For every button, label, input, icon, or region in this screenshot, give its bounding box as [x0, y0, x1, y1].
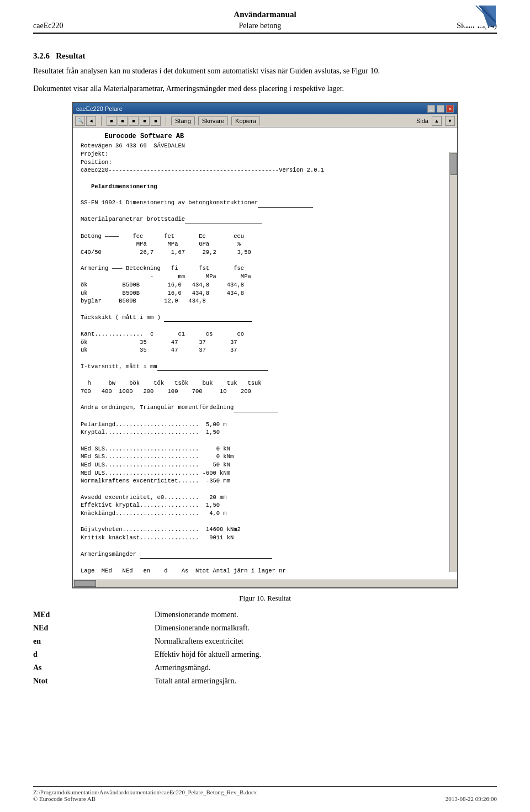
def-term-ned: NEd: [33, 624, 88, 633]
def-term-en: en: [33, 637, 88, 646]
pelardim-heading: Pelardimensionering: [81, 183, 447, 191]
toolbar-right: Sida ▲ ▼: [416, 116, 455, 126]
stang-button[interactable]: Stäng: [171, 116, 195, 125]
scrollbar-thumb[interactable]: [451, 153, 457, 175]
normalkraft-exc-line: Normalkraftens excentricitet...... -350 …: [81, 477, 447, 485]
vertical-scrollbar[interactable]: [449, 152, 457, 571]
maximize-button[interactable]: □: [437, 105, 444, 113]
minimize-button[interactable]: _: [427, 105, 435, 113]
material-heading: Materialparametrar brottstadie: [81, 215, 447, 224]
def-desc-med: Dimensionerande moment.: [155, 611, 239, 619]
company-name: Eurocode Software AB: [81, 132, 447, 141]
tackskikt-heading: Täckskikt ( mått i mm ): [81, 314, 447, 322]
def-term-ntot: Ntot: [33, 677, 88, 686]
page-up-icon[interactable]: ▲: [432, 116, 442, 126]
toolbar-icons-mid: ■ ■ ■ ■ ■: [107, 116, 161, 126]
blank-15: [81, 542, 447, 550]
kant-uk: uk 35 47 37 37: [81, 346, 447, 354]
section-title: Resultat: [56, 51, 85, 60]
toolbar-icons-left: 🔍 ◄: [75, 116, 96, 126]
horizontal-scrollbar[interactable]: [73, 580, 457, 587]
projekt-line: Projekt:: [81, 150, 447, 158]
armeringsmangder-heading: Armeringsmängder: [81, 550, 447, 559]
kryptal-line: Kryptal........................... 1,50: [81, 428, 447, 437]
window-title: caeEc220 Pelare: [76, 105, 123, 112]
ssen-line: SS-EN 1992-1 Dimensionering av betongkon…: [81, 199, 447, 208]
blank-1: [81, 174, 447, 183]
def-term-d: d: [33, 650, 88, 659]
def-row-med: MEd Dimensionerande moment.: [33, 611, 497, 619]
def-term-med: MEd: [33, 611, 88, 619]
back-icon[interactable]: ◄: [86, 116, 96, 126]
effektivt-kryptal-line: Effektivt kryptal................. 1,50: [81, 501, 447, 510]
med-sls-line: MEd SLS........................... 0 kNm: [81, 453, 447, 461]
window-titlebar: caeEc220 Pelare _ □ ✕: [73, 103, 457, 114]
betong-units: MPa MPa GPa %: [81, 240, 447, 248]
def-row-ntot: Ntot Totalt antal armeringsjärn.: [33, 677, 497, 686]
search-icon[interactable]: 🔍: [75, 116, 85, 126]
definition-list: MEd Dimensionerande moment. NEd Dimensio…: [33, 611, 497, 686]
section-number: 3.2.6: [33, 51, 50, 60]
blank-9: [81, 371, 447, 379]
nav-icon-3[interactable]: ■: [129, 116, 139, 126]
page-header: Användarmanual caeEc220 Pelare betong Si…: [0, 0, 530, 34]
footer-left: Z:\Programdokumentation\Användardokument…: [33, 789, 257, 802]
window-controls[interactable]: _ □ ✕: [427, 105, 454, 113]
logo: [464, 6, 497, 28]
hscrollbar-thumb[interactable]: [74, 580, 96, 587]
ned-sls-line: NEd SLS........................... 0 kN: [81, 445, 447, 453]
blank-16: [81, 559, 447, 567]
skrivare-button[interactable]: Skrivare: [198, 116, 228, 125]
armering-uk: uk B500B 16,0 434,8 434,8: [81, 289, 447, 298]
paragraph-1: Resultatet från analysen kan nu studeras…: [33, 65, 497, 77]
nav-icon-5[interactable]: ■: [151, 116, 161, 126]
armering-header: Armering ——— Beteckning fi fst fsc: [81, 264, 447, 273]
nav-icon-1[interactable]: ■: [107, 116, 116, 126]
blank-13: [81, 485, 447, 493]
sida-label: Sida: [416, 118, 428, 124]
caeec220-version-line: caeEc220--------------------------------…: [81, 166, 447, 174]
kritisk-line: Kritisk knäcklast................. 9011 …: [81, 534, 447, 542]
page-down-icon[interactable]: ▼: [445, 116, 455, 126]
armering-byglar: byglar B500B 12,0 434,8: [81, 297, 447, 305]
kant-ok: ök 35 47 37 37: [81, 338, 447, 347]
def-row-d: d Effektiv höjd för aktuell armering.: [33, 650, 497, 659]
page-footer: Z:\Programdokumentation\Användardokument…: [33, 786, 497, 802]
screenshot-window: caeEc220 Pelare _ □ ✕ 🔍 ◄ ■ ■ ■ ■ ■ Stän…: [72, 102, 458, 588]
armering-ok: ök B500B 16,0 434,8 434,8: [81, 281, 447, 289]
blank-6: [81, 305, 447, 314]
def-desc-ned: Dimensionerande normalkraft.: [155, 624, 250, 633]
nav-icon-2[interactable]: ■: [118, 116, 128, 126]
def-desc-en: Normalkraftens excentricitet: [155, 637, 243, 646]
blank-12: [81, 437, 447, 445]
armering-units: - mm MPa MPa: [81, 273, 447, 281]
address-line: Rotevägen 36 433 69 SÄVEDALEN: [81, 142, 447, 150]
toolbar-separator-1: [101, 116, 102, 126]
def-row-as: As Armeringsmängd.: [33, 664, 497, 672]
page-title: Användarmanual: [33, 10, 497, 19]
def-term-as: As: [33, 664, 88, 672]
paragraph-2: Dokumentet visar alla Materialparametrar…: [33, 83, 497, 95]
blank-14: [81, 518, 447, 526]
window-toolbar: 🔍 ◄ ■ ■ ■ ■ ■ Stäng Skrivare Kopiera Sid…: [73, 114, 457, 128]
blank-3: [81, 208, 447, 216]
nav-icon-4[interactable]: ■: [140, 116, 150, 126]
betong-values: C40/50 26,7 1,67 29,2 3,50: [81, 248, 447, 257]
kant-header: Kant.............. c c1 cs co: [81, 330, 447, 338]
avsedd-exc-line: Avsedd excentricitet, e0.......... 20 mm: [81, 493, 447, 502]
def-row-en: en Normalkraftens excentricitet: [33, 637, 497, 646]
betong-header: Betong ———— fcc fct Ec ecu: [81, 232, 447, 241]
content-area: Eurocode Software AB Rotevägen 36 433 69…: [73, 128, 457, 579]
blank-2: [81, 190, 447, 199]
itvarsnitt-values: 700 400 1000 200 100 700 10 200: [81, 388, 447, 396]
document-content: Eurocode Software AB Rotevägen 36 433 69…: [73, 128, 457, 579]
def-desc-ntot: Totalt antal armeringsjärn.: [155, 677, 236, 686]
itvarsnitt-heading: I-tvärsnitt, mått i mm: [81, 363, 447, 371]
close-button[interactable]: ✕: [446, 105, 454, 113]
knacklangd-line: Knäcklängd........................ 4,0 m: [81, 510, 447, 518]
def-desc-as: Armeringsmängd.: [155, 664, 210, 672]
blank-4: [81, 224, 447, 232]
kopiera-button[interactable]: Kopiera: [231, 116, 260, 125]
blank-8: [81, 354, 447, 363]
footer-right: 2013-08-22 09:26:00: [446, 795, 497, 802]
